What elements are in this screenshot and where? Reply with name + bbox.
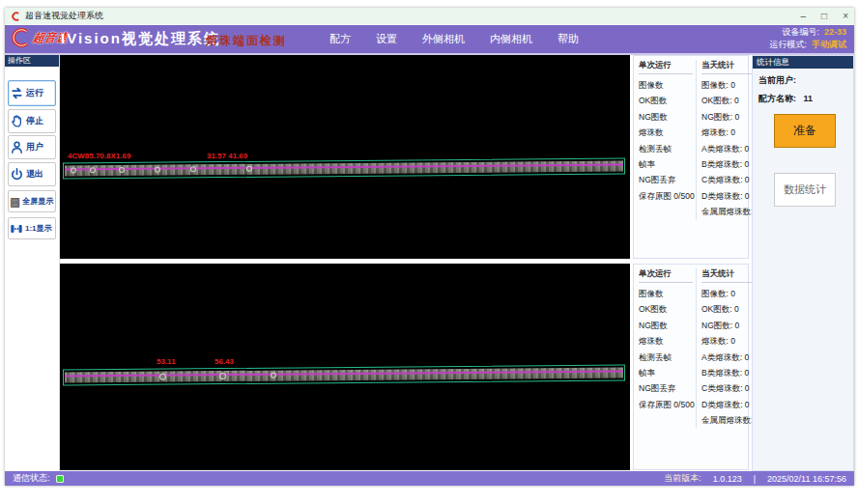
prepare-button[interactable]: 准备 [774, 114, 836, 148]
one-to-one-icon [10, 222, 23, 236]
stat-row: 帧率 [639, 365, 693, 380]
user-icon [10, 140, 24, 154]
user-button[interactable]: 用户 [8, 135, 56, 159]
weld-seam-overlay [63, 157, 625, 179]
device-number-value: 22-33 [824, 27, 846, 37]
current-user-label: 当前用户: [758, 75, 796, 85]
run-button[interactable]: 运行 [8, 80, 56, 106]
close-button[interactable]: × [843, 12, 848, 21]
fullscreen-button[interactable]: ▩ 全屏显示 [8, 190, 56, 212]
stats-panel-bottom: 单次运行 图像数OK图数NG图数熔珠数检测丢帧帧率NG图丢弃保存原图 0/500… [633, 264, 749, 470]
group-title: 当天统计 [701, 268, 754, 283]
stat-row: 图像数 [639, 77, 693, 93]
stat-row: 帧率 [639, 156, 693, 172]
operation-sidebar: 操作区 运行 停止 用户 [5, 55, 60, 471]
fullscreen-dither-icon: ▩ [10, 196, 20, 208]
sidebar-header: 操作区 [5, 55, 59, 67]
status-separator: | [754, 474, 756, 484]
menu-item-help[interactable]: 帮助 [558, 32, 579, 46]
seam-feature-dot [90, 167, 96, 173]
outer-camera-view[interactable]: 4CW85.70.8X1.69 31.57 41.69 [60, 55, 630, 259]
stat-row: C类熔珠数: 0 [701, 380, 754, 396]
stat-row: 图像数 [639, 286, 693, 301]
stat-row: NG图丢弃 [639, 172, 693, 187]
run-mode-value: 手动调试 [812, 40, 846, 49]
stat-row: A类熔珠数: 0 [701, 350, 754, 365]
data-statistics-button[interactable]: 数据统计 [774, 173, 836, 207]
today-stats-group: 当天统计 图像数: 0OK图数: 0NG图数: 0熔珠数: 0A类熔珠数: 0B… [696, 60, 754, 220]
stat-row: D类熔珠数: 0 [701, 188, 754, 204]
run-mode-label: 运行模式: [769, 40, 807, 49]
info-panel-header: 统计信息 [753, 56, 853, 69]
measurement-annotation: 56.43 [214, 357, 234, 366]
menu-item-recipe[interactable]: 配方 [329, 32, 351, 46]
status-bar: 通信状态: 当前版本: 1.0.123 | 2025/02/11 16:57:5… [5, 471, 854, 486]
title-bar: 超音速视觉处理系统 – □ × [5, 8, 854, 25]
stat-row: OK图数 [639, 301, 693, 317]
stat-row: D类熔珠数: 0 [701, 397, 754, 412]
stat-row: 图像数: 0 [701, 286, 754, 301]
menu-item-inner-camera[interactable]: 内侧相机 [490, 32, 532, 46]
stop-button[interactable]: 停止 [8, 109, 56, 133]
recipe-name-value: 11 [804, 94, 814, 103]
stat-row: OK图数: 0 [701, 301, 754, 317]
stat-row: OK图数: 0 [701, 93, 754, 108]
stat-row: 金属屑熔珠数: 0 [701, 412, 754, 428]
group-title: 单次运行 [639, 268, 693, 283]
stat-row: OK图数 [639, 93, 693, 108]
run-button-label: 运行 [26, 87, 43, 99]
seam-feature-dot [271, 373, 276, 378]
stat-row: 熔珠数: 0 [701, 125, 754, 140]
power-icon [10, 167, 24, 182]
menu-bar: 配方 设置 外侧相机 内侧相机 帮助 [329, 25, 579, 53]
one-to-one-button-label: 1:1显示 [25, 223, 52, 234]
fullscreen-button-label: 全屏显示 [22, 196, 53, 207]
single-run-group: 单次运行 图像数OK图数NG图数熔珠数检测丢帧帧率NG图丢弃保存原图 0/500 [639, 268, 693, 412]
single-run-group: 单次运行 图像数OK图数NG图数熔珠数检测丢帧帧率NG图丢弃保存原图 0/500 [639, 60, 693, 204]
stat-row: 熔珠数 [639, 333, 693, 349]
measurement-annotation: 31.57 41.69 [207, 152, 247, 160]
seam-feature-dot [155, 167, 160, 173]
stat-row: NG图数 [639, 318, 693, 333]
measurement-annotation: 4CW85.70.8X1.69 [68, 152, 130, 160]
stat-row: 熔珠数 [639, 125, 693, 140]
recipe-name-field: 配方名称: 11 [758, 93, 853, 105]
main-content: 操作区 运行 停止 用户 [5, 55, 854, 471]
maximize-button[interactable]: □ [821, 12, 827, 21]
inner-camera-view[interactable]: 53.11 56.43 [60, 264, 630, 470]
stat-row: NG图数 [639, 109, 693, 125]
stat-row: NG图丢弃 [639, 380, 693, 396]
stat-row: A类熔珠数: 0 [701, 141, 754, 156]
seam-feature-dot [246, 166, 252, 172]
stop-button-label: 停止 [26, 115, 43, 127]
group-title: 当天统计 [701, 60, 754, 74]
stat-row: NG图数: 0 [701, 318, 754, 333]
weld-seam-overlay [63, 364, 625, 385]
group-title: 单次运行 [639, 60, 693, 74]
stat-row: NG图数: 0 [701, 109, 754, 125]
page-title: IVision视觉处理系统 [61, 30, 220, 48]
seam-bounding-box [63, 364, 625, 385]
seam-feature-dot [219, 373, 226, 379]
status-datetime: 2025/02/11 16:57:56 [767, 474, 846, 484]
current-user-field: 当前用户: [758, 74, 853, 87]
stat-row: 检测丢帧 [639, 141, 693, 156]
app-window: 超音速视觉处理系统 – □ × 超音速 IVision视觉处理系统 熔珠端面检测… [5, 8, 854, 486]
menu-item-settings[interactable]: 设置 [376, 32, 397, 46]
app-logo-icon [11, 12, 20, 21]
stat-row: B类熔珠数: 0 [701, 156, 754, 172]
version-value: 1.0.123 [713, 474, 742, 484]
stat-row: 保存原图 0/500 [639, 397, 693, 412]
brand-logo: 超音速 [10, 27, 68, 48]
window-title: 超音速视觉处理系统 [25, 10, 103, 22]
menu-item-outer-camera[interactable]: 外侧相机 [422, 32, 465, 46]
comm-status-label: 通信状态: [13, 472, 50, 485]
stat-row: 熔珠数: 0 [701, 333, 754, 349]
exit-button[interactable]: 退出 [8, 162, 56, 186]
device-number-label: 设备编号: [782, 27, 819, 37]
minimize-button[interactable]: – [801, 12, 807, 21]
stat-row: B类熔珠数: 0 [701, 365, 754, 380]
today-stats-group: 当天统计 图像数: 0OK图数: 0NG图数: 0熔珠数: 0A类熔珠数: 0B… [696, 268, 754, 429]
stat-row: 图像数: 0 [701, 77, 754, 93]
one-to-one-button[interactable]: 1:1显示 [8, 217, 56, 239]
